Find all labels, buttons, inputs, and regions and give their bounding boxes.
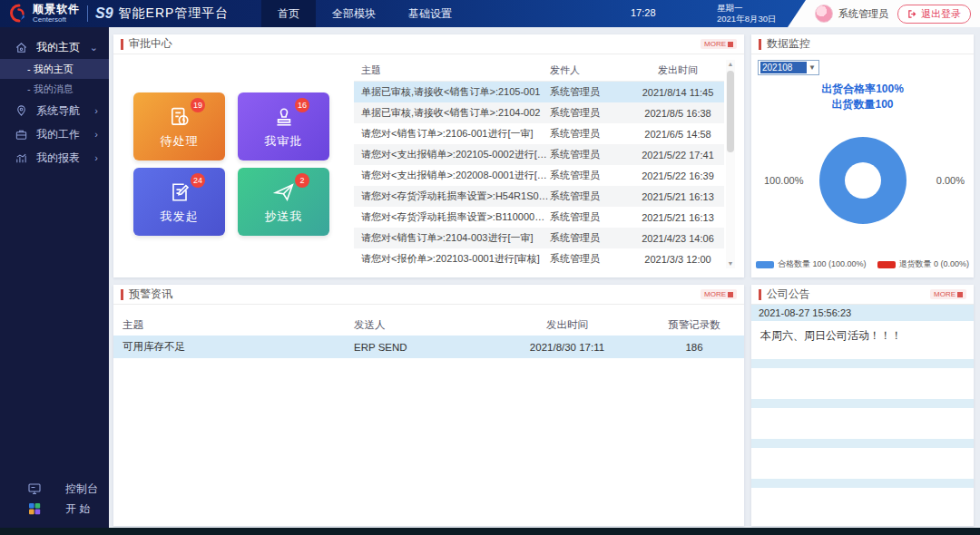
sidebar-footer-label: 控制台	[65, 482, 109, 497]
announcements-more-link[interactable]: MORE	[930, 289, 966, 299]
product-title: 智能ERP管理平台	[119, 5, 230, 22]
approval-table-row[interactable]: 请您对<支出报销单>:202008-0001进行[审核]系统管理员2021/5/…	[354, 165, 724, 186]
more-icon	[728, 292, 733, 297]
col-header-sender: 发送人	[354, 318, 490, 332]
alerts-table-row[interactable]: 可用库存不足ERP SEND2021/8/30 17:11186	[113, 336, 744, 358]
scroll-down-icon[interactable]: ▼	[726, 259, 735, 268]
approval-table-body: 单据已审核,请接收<销售订单>:2105-001系统管理员2021/8/14 1…	[354, 82, 724, 269]
sidebar-item-2[interactable]: 我的工作›	[0, 122, 109, 146]
alerts-more-link[interactable]: MORE	[701, 289, 737, 299]
panel-title: 审批中心	[129, 36, 172, 52]
approval-table-header: 主题 发件人 发出时间	[354, 60, 724, 82]
nav-tab-2[interactable]: 基础设置	[392, 0, 468, 27]
cell-time: 2021/5/22 16:39	[632, 170, 724, 181]
logout-button[interactable]: 退出登录	[897, 5, 971, 24]
sidebar-footer-item-1[interactable]: 开 始	[0, 499, 109, 519]
approval-table-row[interactable]: 请您对<存货浮动耗损率设置>:B11000001进行[审核]系统管理员2021/…	[354, 207, 724, 228]
alerts-table: 主题 发送人 发出时间 预警记录数 可用库存不足ERP SEND2021/8/3…	[113, 314, 744, 358]
tile-label: 我发起	[161, 209, 199, 225]
approval-table-row[interactable]: 请您对<报价单>:202103-0001进行[审核]系统管理员2021/3/3 …	[354, 248, 724, 269]
approval-table-row[interactable]: 请您对<销售订单>:2104-003进行[一审]系统管理员2021/4/23 1…	[354, 228, 724, 248]
tile-label: 我审批	[265, 133, 303, 150]
chevron-down-icon: ⌄	[90, 42, 98, 54]
donut-label-left: 100.00%	[764, 175, 803, 186]
col-header-subject: 主题	[354, 63, 550, 77]
sidebar-item-label: 我的工作	[36, 127, 94, 142]
nav-tab-1[interactable]: 全部模块	[316, 0, 392, 27]
avatar[interactable]	[815, 5, 833, 23]
approval-table-row[interactable]: 单据已审核,请接收<销售订单>:2104-002系统管理员2021/8/5 16…	[354, 102, 724, 123]
donut-label-right: 0.00%	[936, 175, 965, 186]
cell-sender: 系统管理员	[550, 190, 632, 203]
approval-tile-3[interactable]: 2抄送我	[238, 168, 329, 236]
sidebar-subitem-0-1[interactable]: - 我的消息	[0, 79, 109, 99]
cell-time: 2021/8/5 16:38	[632, 108, 724, 119]
count-badge: 24	[191, 173, 205, 188]
announcements-list: 2021-08-27 15:56:23本周六、周日公司活动！！！	[751, 305, 974, 526]
announcement-content: 本周六、周日公司活动！！！	[751, 321, 974, 353]
announcement-placeholder-space	[751, 368, 974, 393]
more-icon	[728, 42, 733, 47]
period-select[interactable]: 202108 ▼	[758, 60, 819, 75]
briefcase-icon	[15, 128, 28, 141]
cell-subject: 请您对<支出报销单>:202105-0002进行[审核]	[354, 148, 550, 161]
sidebar-footer-label: 开 始	[65, 501, 109, 517]
console-icon	[27, 482, 42, 496]
divider	[87, 5, 88, 22]
approval-table-row[interactable]: 单据已审核,请接收<销售订单>:2105-001系统管理员2021/8/14 1…	[354, 82, 724, 102]
sidebar-item-label: 我的主页	[36, 40, 90, 55]
cell-sender: 系统管理员	[550, 106, 632, 120]
legend-swatch	[877, 261, 896, 268]
sidebar-item-0[interactable]: 我的主页⌄	[0, 35, 109, 59]
cell-time: 2021/5/21 16:13	[632, 191, 724, 202]
panel-title: 公司公告	[767, 287, 810, 302]
legend-label: 合格数量 100 (100.00%)	[778, 258, 867, 270]
sidebar-subitem-0-0[interactable]: - 我的主页	[0, 59, 109, 79]
username: 系统管理员	[838, 7, 888, 21]
approval-more-link[interactable]: MORE	[701, 39, 737, 49]
col-header-count: 预警记录数	[644, 318, 744, 332]
approval-panel-header: 审批中心 MORE	[113, 34, 744, 54]
cell-sender: 系统管理员	[550, 85, 632, 99]
tile-label: 待处理	[161, 133, 199, 150]
chart-icon	[15, 151, 28, 165]
sidebar-item-3[interactable]: 我的报表›	[0, 146, 109, 170]
header-accent-bar	[759, 289, 761, 300]
start-icon	[27, 501, 42, 516]
approval-tile-2[interactable]: 24我发起	[133, 168, 225, 236]
announcement-placeholder-space	[751, 408, 974, 433]
approval-table-row[interactable]: 请您对<支出报销单>:202105-0002进行[审核]系统管理员2021/5/…	[354, 144, 724, 165]
cell-subject: 请您对<销售订单>:2106-001进行[一审]	[354, 127, 550, 141]
announcement-placeholder-space	[751, 448, 974, 472]
count-badge: 19	[191, 98, 205, 112]
approval-tile-1[interactable]: 16我审批	[238, 92, 329, 160]
approval-table-row[interactable]: 请您对<销售订单>:2106-001进行[一审]系统管理员2021/6/5 14…	[354, 123, 724, 144]
header-accent-bar	[121, 289, 123, 300]
erp-dashboard: 顺景软件 Centersoft S9 智能ERP管理平台 首页全部模块基础设置 …	[0, 0, 980, 535]
cell-time: 2021/3/3 12:00	[632, 254, 724, 265]
approval-tile-0[interactable]: 19待处理	[133, 92, 225, 160]
approval-table-row[interactable]: 请您对<存货浮动耗损率设置>:H54R1S006002进行[审核]系统管理员20…	[354, 186, 724, 207]
donut-chart	[819, 137, 906, 224]
approval-scrollbar[interactable]: ▲ ▼	[726, 60, 735, 268]
cell-subject: 单据已审核,请接收<销售订单>:2105-001	[354, 85, 550, 99]
home-icon	[15, 41, 28, 54]
cell-time: 2021/8/14 11:45	[632, 87, 724, 98]
cell-time: 2021/5/22 17:41	[632, 150, 724, 160]
sidebar-item-1[interactable]: 系统导航›	[0, 99, 109, 122]
stamp-icon	[271, 104, 297, 130]
scroll-thumb[interactable]	[727, 71, 734, 152]
clock-date: 星期一 2021年8月30日	[717, 3, 776, 24]
col-header-time: 发出时间	[632, 63, 724, 77]
legend-label: 退货数量 0 (0.00%)	[899, 258, 970, 270]
col-header-time: 发出时间	[490, 318, 644, 332]
announcement-date[interactable]: 2021-08-27 15:56:23	[751, 305, 974, 321]
sidebar-footer-item-0[interactable]: 控制台	[0, 479, 109, 499]
logout-icon	[907, 9, 917, 19]
scroll-up-icon[interactable]: ▲	[726, 60, 735, 69]
sidebar: 我的主页⌄- 我的主页- 我的消息系统导航›我的工作›我的报表› 控制台开 始	[0, 27, 109, 528]
col-header-subject: 主题	[113, 318, 354, 332]
clipboard-clock-icon	[167, 104, 192, 130]
nav-tab-0[interactable]: 首页	[261, 0, 316, 27]
clock-time: 17:28	[631, 7, 656, 18]
